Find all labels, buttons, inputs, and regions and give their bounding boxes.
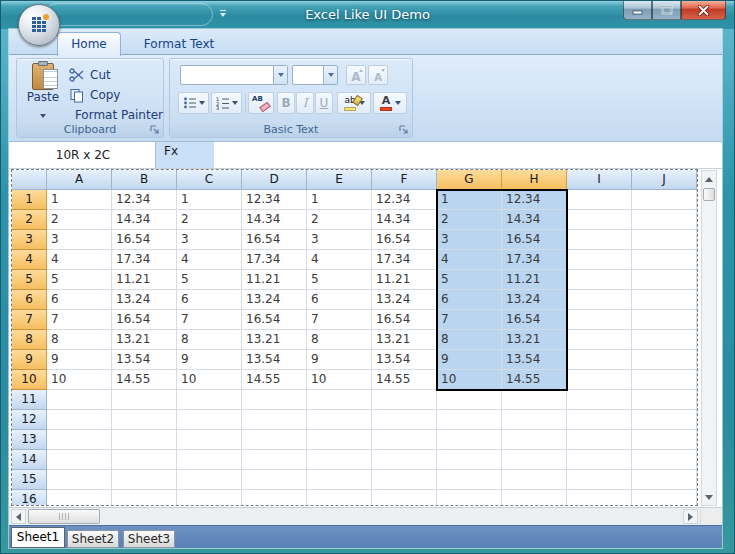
col-header-a[interactable]: A <box>47 170 112 190</box>
cell-d11[interactable] <box>242 390 307 410</box>
cell-h2[interactable]: 14.34 <box>502 210 567 230</box>
cell-d1[interactable]: 12.34 <box>242 190 307 210</box>
cell-a14[interactable] <box>47 450 112 470</box>
col-header-h[interactable]: H <box>502 170 567 190</box>
cell-d15[interactable] <box>242 470 307 490</box>
cell-i5[interactable] <box>567 270 632 290</box>
cell-h7[interactable]: 16.54 <box>502 310 567 330</box>
row-header-9[interactable]: 9 <box>12 350 47 370</box>
cell-g1[interactable]: 1 <box>437 190 502 210</box>
cell-b7[interactable]: 16.54 <box>112 310 177 330</box>
cell-j14[interactable] <box>632 450 697 470</box>
sheet-tab-sheet3[interactable]: Sheet3 <box>123 530 175 548</box>
cell-c9[interactable]: 9 <box>177 350 242 370</box>
cell-h11[interactable] <box>502 390 567 410</box>
row-header-12[interactable]: 12 <box>12 410 47 430</box>
cell-h16[interactable] <box>502 490 567 506</box>
cell-b2[interactable]: 14.34 <box>112 210 177 230</box>
horizontal-scroll-thumb[interactable] <box>28 509 100 524</box>
cell-e10[interactable]: 10 <box>307 370 372 390</box>
cell-g15[interactable] <box>437 470 502 490</box>
cell-e7[interactable]: 7 <box>307 310 372 330</box>
close-button[interactable] <box>681 1 726 20</box>
cell-h4[interactable]: 17.34 <box>502 250 567 270</box>
bullet-list-button[interactable] <box>178 92 209 114</box>
cell-h10[interactable]: 14.55 <box>502 370 567 390</box>
numbered-list-dropdown-icon[interactable] <box>232 101 238 105</box>
cell-e1[interactable]: 1 <box>307 190 372 210</box>
cell-a2[interactable]: 2 <box>47 210 112 230</box>
cell-j10[interactable] <box>632 370 697 390</box>
scroll-right-button[interactable] <box>683 509 698 524</box>
cell-c8[interactable]: 8 <box>177 330 242 350</box>
cell-b1[interactable]: 12.34 <box>112 190 177 210</box>
cell-d5[interactable]: 11.21 <box>242 270 307 290</box>
grow-font-button[interactable]: A <box>346 65 366 85</box>
cell-f7[interactable]: 16.54 <box>372 310 437 330</box>
cell-d13[interactable] <box>242 430 307 450</box>
cell-a11[interactable] <box>47 390 112 410</box>
cell-h1[interactable]: 12.34 <box>502 190 567 210</box>
cell-i9[interactable] <box>567 350 632 370</box>
cell-a4[interactable]: 4 <box>47 250 112 270</box>
cell-c1[interactable]: 1 <box>177 190 242 210</box>
cell-a9[interactable]: 9 <box>47 350 112 370</box>
cell-d8[interactable]: 13.21 <box>242 330 307 350</box>
italic-button[interactable]: I <box>296 92 314 114</box>
cell-d14[interactable] <box>242 450 307 470</box>
maximize-button[interactable] <box>652 1 681 20</box>
cell-i1[interactable] <box>567 190 632 210</box>
cell-i10[interactable] <box>567 370 632 390</box>
paste-button[interactable]: Paste <box>22 62 64 123</box>
cell-h12[interactable] <box>502 410 567 430</box>
cell-g12[interactable] <box>437 410 502 430</box>
cell-f4[interactable]: 17.34 <box>372 250 437 270</box>
cell-f6[interactable]: 13.24 <box>372 290 437 310</box>
row-header-15[interactable]: 15 <box>12 470 47 490</box>
cell-e12[interactable] <box>307 410 372 430</box>
row-header-8[interactable]: 8 <box>12 330 47 350</box>
cell-h6[interactable]: 13.24 <box>502 290 567 310</box>
cell-j9[interactable] <box>632 350 697 370</box>
cell-e16[interactable] <box>307 490 372 506</box>
row-header-2[interactable]: 2 <box>12 210 47 230</box>
cell-c11[interactable] <box>177 390 242 410</box>
row-header-10[interactable]: 10 <box>12 370 47 390</box>
cell-j2[interactable] <box>632 210 697 230</box>
cell-f14[interactable] <box>372 450 437 470</box>
cell-b16[interactable] <box>112 490 177 506</box>
cell-f8[interactable]: 13.21 <box>372 330 437 350</box>
cell-i14[interactable] <box>567 450 632 470</box>
cell-i6[interactable] <box>567 290 632 310</box>
cell-f5[interactable]: 11.21 <box>372 270 437 290</box>
cell-d16[interactable] <box>242 490 307 506</box>
titlebar[interactable]: Excel Like UI Demo <box>1 1 734 29</box>
highlight-button[interactable]: ab <box>337 92 371 114</box>
cell-j11[interactable] <box>632 390 697 410</box>
cell-i2[interactable] <box>567 210 632 230</box>
cell-e8[interactable]: 8 <box>307 330 372 350</box>
cell-j7[interactable] <box>632 310 697 330</box>
cell-d7[interactable]: 16.54 <box>242 310 307 330</box>
cell-b11[interactable] <box>112 390 177 410</box>
sheet-tab-sheet2[interactable]: Sheet2 <box>67 530 119 548</box>
cell-b12[interactable] <box>112 410 177 430</box>
select-all-corner[interactable] <box>12 170 47 190</box>
bold-button[interactable]: B <box>277 92 295 114</box>
cell-b6[interactable]: 13.24 <box>112 290 177 310</box>
cell-f3[interactable]: 16.54 <box>372 230 437 250</box>
col-header-d[interactable]: D <box>242 170 307 190</box>
cell-i13[interactable] <box>567 430 632 450</box>
cell-f10[interactable]: 14.55 <box>372 370 437 390</box>
cell-b10[interactable]: 14.55 <box>112 370 177 390</box>
cell-f13[interactable] <box>372 430 437 450</box>
paste-dropdown-icon[interactable] <box>40 114 46 118</box>
cell-i4[interactable] <box>567 250 632 270</box>
clipboard-dialog-launcher-icon[interactable] <box>149 124 160 135</box>
cell-d2[interactable]: 14.34 <box>242 210 307 230</box>
cell-a5[interactable]: 5 <box>47 270 112 290</box>
row-header-5[interactable]: 5 <box>12 270 47 290</box>
name-box[interactable]: 10R x 2C <box>11 142 156 168</box>
cell-j6[interactable] <box>632 290 697 310</box>
cell-a16[interactable] <box>47 490 112 506</box>
